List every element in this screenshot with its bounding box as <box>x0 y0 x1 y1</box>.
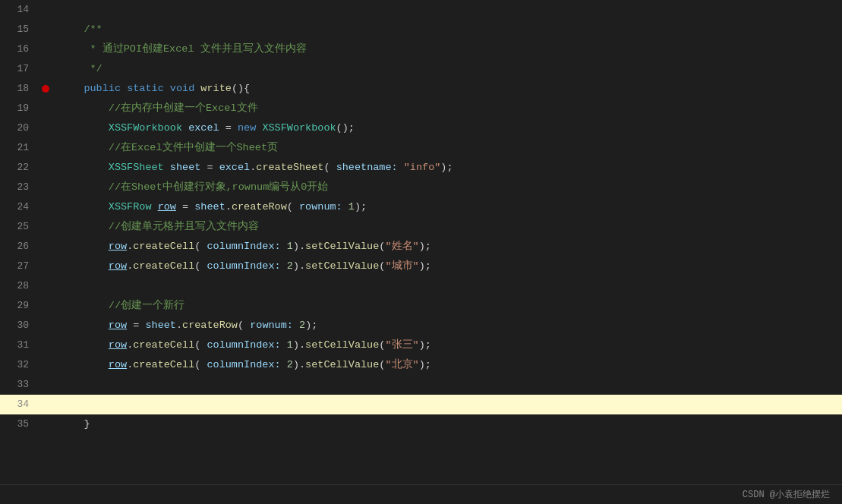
code-line-14: 14 <box>0 0 842 20</box>
line-number: 19 <box>0 99 38 118</box>
breakpoint-dot <box>42 85 49 93</box>
breakpoint-cell[interactable] <box>38 59 53 79</box>
code-line-21: 21 //在Excel文件中创建一个Sheet页 <box>0 138 842 158</box>
line-number: 22 <box>0 158 38 178</box>
line-code[interactable]: /** <box>53 20 842 39</box>
line-number: 24 <box>0 197 38 217</box>
line-code[interactable]: row.createCell( columnIndex: 2).setCellV… <box>53 257 842 276</box>
line-code[interactable] <box>53 276 842 296</box>
line-code[interactable]: row.createCell( columnIndex: 1).setCellV… <box>53 237 842 257</box>
line-number: 15 <box>0 20 38 39</box>
breakpoint-cell[interactable] <box>38 20 53 39</box>
line-code[interactable]: */ <box>53 59 842 79</box>
code-line-28: 28 <box>0 276 842 296</box>
breakpoint-cell[interactable] <box>38 395 53 414</box>
line-number: 23 <box>0 178 38 197</box>
line-number: 34 <box>0 395 38 414</box>
code-line-25: 25 //创建单元格并且写入文件内容 <box>0 217 842 237</box>
code-line-29: 29 //创建一个新行 <box>0 296 842 316</box>
breakpoint-cell[interactable] <box>38 39 53 59</box>
line-number: 27 <box>0 257 38 276</box>
line-number: 32 <box>0 355 38 375</box>
line-code[interactable] <box>53 375 842 395</box>
code-line-22: 22 XSSFSheet sheet = excel.createSheet( … <box>0 158 842 178</box>
code-line-32: 32 row.createCell( columnIndex: 2).setCe… <box>0 355 842 375</box>
footer: CSDN @小袁拒绝摆烂 <box>0 484 842 504</box>
code-line-19: 19 //在内存中创建一个Excel文件 <box>0 99 842 118</box>
line-code[interactable]: //在Sheet中创建行对象,rownum编号从0开始 <box>53 178 842 197</box>
line-number: 29 <box>0 296 38 316</box>
code-line-24: 24 XSSFRow row = sheet.createRow( rownum… <box>0 197 842 217</box>
code-line-33: 33 <box>0 375 842 395</box>
breakpoint-cell[interactable] <box>38 335 53 355</box>
line-code[interactable]: //在Excel文件中创建一个Sheet页 <box>53 138 842 158</box>
breakpoint-cell[interactable] <box>38 375 53 395</box>
line-number: 35 <box>0 414 38 434</box>
breakpoint-cell[interactable] <box>38 296 53 316</box>
breakpoint-cell[interactable] <box>38 276 53 296</box>
code-line-30: 30 row = sheet.createRow( rownum: 2); <box>0 316 842 335</box>
breakpoint-cell[interactable] <box>38 118 53 138</box>
code-line-15: 15 /** <box>0 20 842 39</box>
breakpoint-cell[interactable] <box>38 138 53 158</box>
breakpoint-cell[interactable] <box>38 197 53 217</box>
line-number: 14 <box>0 0 38 20</box>
line-number: 20 <box>0 118 38 138</box>
line-number: 18 <box>0 79 38 99</box>
code-area[interactable]: 1415 /**16 * 通过POI创建Excel 文件并且写入文件内容17 *… <box>0 0 842 484</box>
code-line-16: 16 * 通过POI创建Excel 文件并且写入文件内容 <box>0 39 842 59</box>
line-code[interactable]: //创建一个新行 <box>53 296 842 316</box>
breakpoint-cell[interactable] <box>38 0 53 20</box>
breakpoint-cell[interactable] <box>38 79 53 99</box>
breakpoint-cell[interactable] <box>38 217 53 237</box>
breakpoint-cell[interactable] <box>38 316 53 335</box>
line-code[interactable]: row.createCell( columnIndex: 2).setCellV… <box>53 355 842 375</box>
line-number: 26 <box>0 237 38 257</box>
footer-text: CSDN @小袁拒绝摆烂 <box>743 488 830 501</box>
line-code[interactable]: XSSFSheet sheet = excel.createSheet( she… <box>53 158 842 178</box>
breakpoint-cell[interactable] <box>38 178 53 197</box>
line-number: 33 <box>0 375 38 395</box>
line-number: 16 <box>0 39 38 59</box>
breakpoint-cell[interactable] <box>38 99 53 118</box>
line-code[interactable]: * 通过POI创建Excel 文件并且写入文件内容 <box>53 39 842 59</box>
line-code[interactable]: XSSFRow row = sheet.createRow( rownum: 1… <box>53 197 842 217</box>
line-code[interactable] <box>53 395 842 414</box>
line-code[interactable]: //在内存中创建一个Excel文件 <box>53 99 842 118</box>
line-code[interactable]: } <box>53 414 842 434</box>
line-number: 30 <box>0 316 38 335</box>
breakpoint-cell[interactable] <box>38 158 53 178</box>
breakpoint-cell[interactable] <box>38 237 53 257</box>
code-line-17: 17 */ <box>0 59 842 79</box>
code-line-18: 18 public static void write(){ <box>0 79 842 99</box>
code-line-20: 20 XSSFWorkbook excel = new XSSFWorkbook… <box>0 118 842 138</box>
code-line-35: 35 } <box>0 414 842 434</box>
code-line-23: 23 //在Sheet中创建行对象,rownum编号从0开始 <box>0 178 842 197</box>
code-line-26: 26 row.createCell( columnIndex: 1).setCe… <box>0 237 842 257</box>
line-number: 28 <box>0 276 38 296</box>
code-editor: 1415 /**16 * 通过POI创建Excel 文件并且写入文件内容17 *… <box>0 0 842 504</box>
line-code[interactable]: public static void write(){ <box>53 79 842 99</box>
breakpoint-cell[interactable] <box>38 355 53 375</box>
line-code[interactable] <box>53 0 842 20</box>
line-code[interactable]: row.createCell( columnIndex: 1).setCellV… <box>53 335 842 355</box>
line-number: 21 <box>0 138 38 158</box>
code-line-27: 27 row.createCell( columnIndex: 2).setCe… <box>0 257 842 276</box>
line-number: 17 <box>0 59 38 79</box>
line-code[interactable]: //创建单元格并且写入文件内容 <box>53 217 842 237</box>
breakpoint-cell[interactable] <box>38 257 53 276</box>
code-line-31: 31 row.createCell( columnIndex: 1).setCe… <box>0 335 842 355</box>
line-code[interactable]: row = sheet.createRow( rownum: 2); <box>53 316 842 335</box>
line-number: 25 <box>0 217 38 237</box>
code-line-34: 34 <box>0 395 842 414</box>
line-number: 31 <box>0 335 38 355</box>
line-code[interactable]: XSSFWorkbook excel = new XSSFWorkbook(); <box>53 118 842 138</box>
breakpoint-cell[interactable] <box>38 414 53 434</box>
